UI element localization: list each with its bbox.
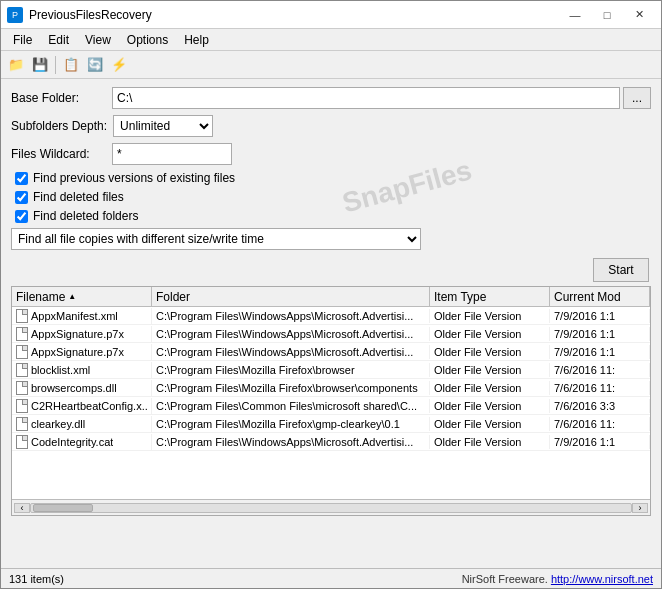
app-window: P PreviousFilesRecovery — □ ✕ File Edit … (0, 0, 662, 589)
menu-view[interactable]: View (77, 31, 119, 49)
cell-filename: blocklist.xml (12, 362, 152, 378)
files-wildcard-row: Files Wildcard: (11, 143, 651, 165)
cell-itemtype: Older File Version (430, 309, 550, 323)
toolbar-copy-button[interactable]: 📋 (60, 54, 82, 76)
file-icon (16, 345, 28, 359)
file-icon (16, 363, 28, 377)
column-filename-label: Filename (16, 290, 65, 304)
scroll-right-arrow[interactable]: › (632, 503, 648, 513)
file-copies-combo[interactable]: Find all file copies with different size… (11, 228, 421, 250)
title-bar: P PreviousFilesRecovery — □ ✕ (1, 1, 661, 29)
column-folder-label: Folder (156, 290, 190, 304)
menu-help[interactable]: Help (176, 31, 217, 49)
base-folder-row: Base Folder: ... (11, 87, 651, 109)
cell-currentmod: 7/6/2016 11: (550, 363, 650, 377)
find-deleted-files-checkbox[interactable] (15, 191, 28, 204)
table-row[interactable]: AppxSignature.p7xC:\Program Files\Window… (12, 343, 650, 361)
cell-filename: AppxManifest.xml (12, 308, 152, 324)
find-previous-versions-checkbox[interactable] (15, 172, 28, 185)
status-bar: 131 item(s) NirSoft Freeware. http://www… (1, 568, 661, 588)
table-row[interactable]: AppxSignature.p7xC:\Program Files\Window… (12, 325, 650, 343)
cell-currentmod: 7/9/2016 1:1 (550, 327, 650, 341)
browse-button[interactable]: ... (623, 87, 651, 109)
cell-itemtype: Older File Version (430, 363, 550, 377)
toolbar: 📁 💾 📋 🔄 ⚡ (1, 51, 661, 79)
filename-text: blocklist.xml (31, 364, 90, 376)
filename-text: browsercomps.dll (31, 382, 117, 394)
file-icon (16, 417, 28, 431)
column-itemtype-label: Item Type (434, 290, 486, 304)
menu-options[interactable]: Options (119, 31, 176, 49)
scroll-thumb[interactable] (33, 504, 93, 512)
find-deleted-folders-checkbox[interactable] (15, 210, 28, 223)
toolbar-separator (55, 56, 56, 74)
checkbox-row-1: Find previous versions of existing files (11, 171, 651, 185)
title-bar-left: P PreviousFilesRecovery (7, 7, 152, 23)
button-row: Start (11, 258, 651, 282)
menu-edit[interactable]: Edit (40, 31, 77, 49)
cell-currentmod: 7/6/2016 11: (550, 381, 650, 395)
close-button[interactable]: ✕ (623, 5, 655, 25)
table-row[interactable]: clearkey.dllC:\Program Files\Mozilla Fir… (12, 415, 650, 433)
status-credit: NirSoft Freeware. http://www.nirsoft.net (462, 573, 653, 585)
toolbar-refresh-button[interactable]: 🔄 (84, 54, 106, 76)
table-row[interactable]: blocklist.xmlC:\Program Files\Mozilla Fi… (12, 361, 650, 379)
cell-filename: CodeIntegrity.cat (12, 434, 152, 450)
app-icon: P (7, 7, 23, 23)
cell-folder: C:\Program Files\Common Files\microsoft … (152, 399, 430, 413)
cell-currentmod: 7/9/2016 1:1 (550, 309, 650, 323)
file-icon (16, 381, 28, 395)
table-row[interactable]: CodeIntegrity.catC:\Program Files\Window… (12, 433, 650, 451)
cell-currentmod: 7/6/2016 3:3 (550, 399, 650, 413)
window-controls: — □ ✕ (559, 5, 655, 25)
window-title: PreviousFilesRecovery (29, 8, 152, 22)
menu-file[interactable]: File (5, 31, 40, 49)
cell-itemtype: Older File Version (430, 417, 550, 431)
filename-text: AppxSignature.p7x (31, 346, 124, 358)
toolbar-save-button[interactable]: 💾 (29, 54, 51, 76)
cell-folder: C:\Program Files\WindowsApps\Microsoft.A… (152, 309, 430, 323)
base-folder-input[interactable] (112, 87, 620, 109)
column-currentmod-label: Current Mod (554, 290, 621, 304)
nirsoft-link[interactable]: http://www.nirsoft.net (551, 573, 653, 585)
subfolders-depth-select[interactable]: Unlimited 1 2 3 4 5 (113, 115, 213, 137)
cell-folder: C:\Program Files\WindowsApps\Microsoft.A… (152, 327, 430, 341)
file-icon (16, 309, 28, 323)
table-row[interactable]: browsercomps.dllC:\Program Files\Mozilla… (12, 379, 650, 397)
nirsoft-label: NirSoft Freeware. (462, 573, 551, 585)
column-header-currentmod[interactable]: Current Mod (550, 287, 650, 306)
table-row[interactable]: C2RHeartbeatConfig.x...C:\Program Files\… (12, 397, 650, 415)
cell-currentmod: 7/6/2016 11: (550, 417, 650, 431)
cell-folder: C:\Program Files\Mozilla Firefox\browser (152, 363, 430, 377)
scroll-track[interactable] (30, 503, 632, 513)
menu-bar: File Edit View Options Help (1, 29, 661, 51)
cell-itemtype: Older File Version (430, 381, 550, 395)
column-header-itemtype[interactable]: Item Type (430, 287, 550, 306)
start-button[interactable]: Start (593, 258, 649, 282)
table-body: AppxManifest.xmlC:\Program Files\Windows… (12, 307, 650, 499)
filename-text: C2RHeartbeatConfig.x... (31, 400, 147, 412)
files-wildcard-input[interactable] (112, 143, 232, 165)
cell-folder: C:\Program Files\Mozilla Firefox\browser… (152, 381, 430, 395)
cell-itemtype: Older File Version (430, 345, 550, 359)
cell-itemtype: Older File Version (430, 399, 550, 413)
find-previous-versions-label: Find previous versions of existing files (33, 171, 235, 185)
files-wildcard-label: Files Wildcard: (11, 147, 106, 161)
table-row[interactable]: AppxManifest.xmlC:\Program Files\Windows… (12, 307, 650, 325)
toolbar-open-button[interactable]: 📁 (5, 54, 27, 76)
results-table: Filename ▲ Folder Item Type Current Mod … (11, 286, 651, 516)
cell-itemtype: Older File Version (430, 435, 550, 449)
column-header-folder[interactable]: Folder (152, 287, 430, 306)
maximize-button[interactable]: □ (591, 5, 623, 25)
minimize-button[interactable]: — (559, 5, 591, 25)
cell-folder: C:\Program Files\Mozilla Firefox\gmp-cle… (152, 417, 430, 431)
cell-filename: C2RHeartbeatConfig.x... (12, 398, 152, 414)
horizontal-scrollbar[interactable]: ‹ › (12, 499, 650, 515)
toolbar-settings-button[interactable]: ⚡ (108, 54, 130, 76)
scroll-left-arrow[interactable]: ‹ (14, 503, 30, 513)
cell-filename: AppxSignature.p7x (12, 326, 152, 342)
cell-filename: browsercomps.dll (12, 380, 152, 396)
column-header-filename[interactable]: Filename ▲ (12, 287, 152, 306)
filename-text: AppxSignature.p7x (31, 328, 124, 340)
subfolders-depth-label: Subfolders Depth: (11, 119, 107, 133)
